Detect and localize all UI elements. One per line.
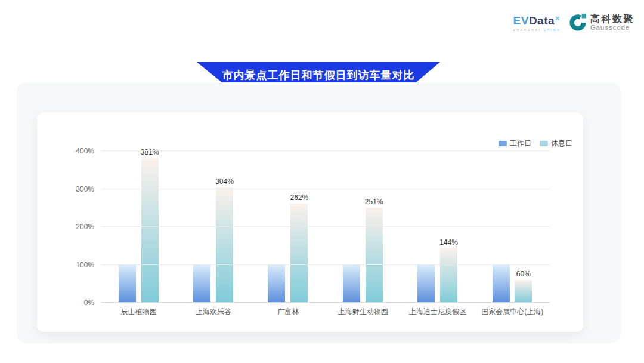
- y-tick-label: 400%: [76, 147, 94, 155]
- legend-swatch-restday: [540, 141, 548, 146]
- value-label: 251%: [365, 198, 383, 206]
- gausscode-logo: 高科数聚 Gausscode: [569, 13, 634, 31]
- x-axis-label: 国家会展中心(上海): [481, 307, 543, 317]
- chart-legend: 工作日 休息日: [499, 139, 572, 149]
- bar-workday[interactable]: [193, 265, 210, 303]
- value-label: 262%: [290, 193, 308, 202]
- x-axis-label: 上海欢乐谷: [196, 307, 231, 317]
- bar-restday[interactable]: [366, 208, 383, 303]
- bar-restday[interactable]: [290, 204, 308, 303]
- y-tick-label: 100%: [76, 261, 94, 269]
- gridline: [101, 150, 550, 151]
- legend-label-workday: 工作日: [510, 139, 531, 149]
- x-axis-label: 上海迪士尼度假区: [409, 307, 466, 317]
- bar-groups: 381%辰山植物园304%上海欢乐谷262%广富林251%上海野生动物园144%…: [101, 151, 550, 303]
- legend-label-restday: 休息日: [551, 139, 572, 149]
- x-axis-label: 上海野生动物园: [338, 307, 388, 317]
- chart-card: 工作日 休息日 0%100%200%300%400% 381%辰山植物园304%…: [37, 112, 583, 332]
- bar-group: 304%上海欢乐谷: [176, 151, 250, 303]
- value-label: 304%: [215, 177, 234, 186]
- gausscode-name-en: Gausscode: [590, 24, 634, 31]
- gausscode-g-icon: [569, 13, 587, 31]
- bar-group: 262%广富林: [251, 151, 326, 303]
- bar-workday[interactable]: [268, 265, 285, 303]
- evdata-logo-ev: EV: [513, 15, 529, 27]
- y-tick-label: 300%: [76, 185, 94, 193]
- header-logos: EV Data × SHANGHAI CHINA 高科数聚 Gausscode: [513, 13, 634, 32]
- bar-group: 60%国家会展中心(上海): [475, 151, 550, 303]
- bar-group: 381%辰山植物园: [101, 151, 176, 303]
- evdata-tagline-left: SHANGHAI: [513, 28, 541, 32]
- evdata-logo: EV Data × SHANGHAI CHINA: [513, 15, 561, 32]
- evdata-logo-data: Data: [529, 15, 555, 27]
- page-title: 市内景点工作日和节假日到访车量对比: [222, 68, 415, 82]
- bar-restday[interactable]: [440, 248, 457, 303]
- bar-workday[interactable]: [119, 265, 136, 303]
- gridline: [101, 302, 550, 303]
- bar-restday[interactable]: [515, 280, 532, 303]
- evdata-logo-wordmark: EV Data ×: [513, 15, 561, 27]
- gridline: [101, 189, 550, 189]
- bar-restday[interactable]: [216, 187, 233, 303]
- gausscode-name-cn: 高科数聚: [590, 14, 634, 24]
- value-label: 381%: [141, 148, 159, 156]
- bar-workday[interactable]: [417, 265, 435, 303]
- bar-group: 251%上海野生动物园: [326, 151, 400, 303]
- content-panel: 工作日 休息日 0%100%200%300%400% 381%辰山植物园304%…: [17, 82, 621, 343]
- bar-workday[interactable]: [493, 265, 510, 303]
- evdata-x-mark-icon: ×: [555, 13, 560, 24]
- legend-swatch-workday: [499, 141, 507, 146]
- gridline: [101, 226, 550, 227]
- y-axis: 0%100%200%300%400%: [37, 151, 94, 303]
- y-tick-label: 0%: [84, 299, 94, 307]
- gausscode-logo-text: 高科数聚 Gausscode: [590, 14, 634, 31]
- bar-workday[interactable]: [343, 265, 360, 303]
- evdata-tagline-right: CHINA: [543, 28, 561, 32]
- gridline: [101, 264, 550, 265]
- bar-restday[interactable]: [141, 158, 159, 303]
- value-label: 60%: [516, 270, 531, 278]
- legend-item-restday[interactable]: 休息日: [540, 139, 572, 149]
- x-axis-label: 广富林: [277, 307, 299, 317]
- y-tick-label: 200%: [76, 223, 94, 231]
- page: EV Data × SHANGHAI CHINA 高科数聚 Gausscode …: [0, 0, 644, 363]
- plot-area: 381%辰山植物园304%上海欢乐谷262%广富林251%上海野生动物园144%…: [101, 151, 550, 303]
- x-axis-label: 辰山植物园: [121, 307, 157, 317]
- value-label: 144%: [439, 238, 458, 247]
- legend-item-workday[interactable]: 工作日: [499, 139, 531, 149]
- bar-group: 144%上海迪士尼度假区: [400, 151, 475, 303]
- evdata-tagline: SHANGHAI CHINA: [513, 28, 561, 32]
